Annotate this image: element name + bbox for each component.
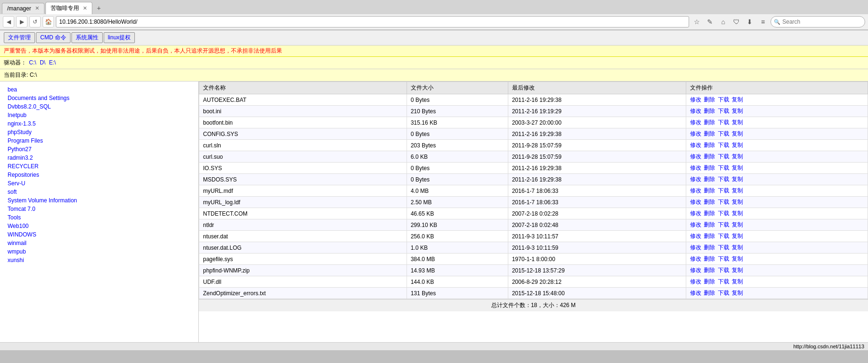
search-input[interactable] bbox=[771, 16, 865, 27]
folder-item[interactable]: Web100 bbox=[0, 222, 198, 230]
forward-button[interactable]: ▶ bbox=[16, 16, 27, 27]
file-op-修改[interactable]: 修改 bbox=[690, 290, 701, 296]
file-op-下载[interactable]: 下载 bbox=[718, 130, 729, 137]
file-op-复制[interactable]: 复制 bbox=[732, 108, 743, 114]
folder-item[interactable]: Repositories bbox=[0, 171, 198, 179]
file-op-删除[interactable]: 删除 bbox=[704, 255, 715, 262]
file-op-修改[interactable]: 修改 bbox=[690, 153, 701, 160]
drive-e[interactable]: E:\ bbox=[49, 59, 56, 66]
file-op-删除[interactable]: 删除 bbox=[704, 96, 715, 103]
file-op-下载[interactable]: 下载 bbox=[718, 233, 729, 239]
folder-item[interactable]: nginx-1.3.5 bbox=[0, 119, 198, 128]
file-op-下载[interactable]: 下载 bbox=[718, 290, 729, 296]
file-op-修改[interactable]: 修改 bbox=[690, 108, 701, 114]
file-op-下载[interactable]: 下载 bbox=[718, 210, 729, 217]
file-mgr-button[interactable]: 文件管理 bbox=[4, 32, 35, 43]
file-op-删除[interactable]: 删除 bbox=[704, 108, 715, 114]
file-op-下载[interactable]: 下载 bbox=[718, 96, 729, 103]
file-op-下载[interactable]: 下载 bbox=[718, 278, 729, 285]
file-op-修改[interactable]: 修改 bbox=[690, 130, 701, 137]
download-icon[interactable]: ⬇ bbox=[744, 16, 755, 27]
bookmark-icon[interactable]: ☆ bbox=[691, 16, 702, 27]
folder-item[interactable]: xunshi bbox=[0, 256, 198, 264]
file-op-修改[interactable]: 修改 bbox=[690, 233, 701, 239]
file-op-修改[interactable]: 修改 bbox=[690, 255, 701, 262]
file-op-复制[interactable]: 复制 bbox=[732, 221, 743, 228]
file-op-修改[interactable]: 修改 bbox=[690, 176, 701, 182]
shield-icon[interactable]: 🛡 bbox=[731, 16, 742, 27]
edit-icon[interactable]: ✎ bbox=[704, 16, 716, 27]
folder-item[interactable]: Python27 bbox=[0, 145, 198, 154]
file-op-删除[interactable]: 删除 bbox=[704, 176, 715, 182]
file-op-删除[interactable]: 删除 bbox=[704, 119, 715, 126]
new-tab-button[interactable]: + bbox=[93, 2, 105, 14]
folder-item[interactable]: winmail bbox=[0, 239, 198, 247]
file-op-下载[interactable]: 下载 bbox=[718, 187, 729, 194]
file-op-下载[interactable]: 下载 bbox=[718, 153, 729, 160]
file-op-删除[interactable]: 删除 bbox=[704, 164, 715, 171]
file-op-复制[interactable]: 复制 bbox=[732, 233, 743, 239]
folder-item[interactable]: Dvbbs8.2.0_SQL bbox=[0, 102, 198, 111]
file-op-删除[interactable]: 删除 bbox=[704, 290, 715, 296]
folder-item[interactable]: System Volume Information bbox=[0, 196, 198, 205]
file-op-删除[interactable]: 删除 bbox=[704, 267, 715, 273]
file-op-复制[interactable]: 复制 bbox=[732, 153, 743, 160]
file-op-复制[interactable]: 复制 bbox=[732, 130, 743, 137]
folder-item[interactable]: RECYCLER bbox=[0, 162, 198, 171]
file-op-下载[interactable]: 下载 bbox=[718, 267, 729, 273]
file-op-复制[interactable]: 复制 bbox=[732, 164, 743, 171]
file-op-下载[interactable]: 下载 bbox=[718, 108, 729, 114]
file-op-修改[interactable]: 修改 bbox=[690, 142, 701, 148]
file-op-复制[interactable]: 复制 bbox=[732, 119, 743, 126]
file-op-修改[interactable]: 修改 bbox=[690, 187, 701, 194]
folder-item[interactable]: Documents and Settings bbox=[0, 94, 198, 102]
file-op-删除[interactable]: 删除 bbox=[704, 210, 715, 217]
tab-manager[interactable]: /manager ✕ bbox=[2, 3, 44, 14]
tab-kfz[interactable]: 苦咖啡专用 ✕ bbox=[45, 2, 92, 14]
folder-item[interactable]: bea bbox=[0, 85, 198, 94]
file-op-删除[interactable]: 删除 bbox=[704, 130, 715, 137]
file-op-下载[interactable]: 下载 bbox=[718, 142, 729, 148]
folder-item[interactable]: Tomcat 7.0 bbox=[0, 205, 198, 213]
file-op-修改[interactable]: 修改 bbox=[690, 164, 701, 171]
file-op-修改[interactable]: 修改 bbox=[690, 210, 701, 217]
file-op-修改[interactable]: 修改 bbox=[690, 221, 701, 228]
drive-d[interactable]: D\ bbox=[40, 59, 45, 66]
file-op-复制[interactable]: 复制 bbox=[732, 142, 743, 148]
folder-item[interactable]: Serv-U bbox=[0, 179, 198, 188]
back-button[interactable]: ◀ bbox=[3, 16, 14, 27]
file-op-下载[interactable]: 下载 bbox=[718, 119, 729, 126]
folder-item[interactable]: WINDOWS bbox=[0, 230, 198, 239]
folder-item[interactable]: Program Files bbox=[0, 136, 198, 145]
folder-item[interactable]: Tools bbox=[0, 213, 198, 222]
folder-item[interactable]: radmin3.2 bbox=[0, 154, 198, 162]
tab-kfz-close[interactable]: ✕ bbox=[83, 5, 87, 11]
file-op-下载[interactable]: 下载 bbox=[718, 199, 729, 205]
file-op-下载[interactable]: 下载 bbox=[718, 244, 729, 251]
folder-item[interactable]: Inetpub bbox=[0, 111, 198, 119]
folder-item[interactable]: soft bbox=[0, 188, 198, 196]
file-op-删除[interactable]: 删除 bbox=[704, 199, 715, 205]
file-op-修改[interactable]: 修改 bbox=[690, 96, 701, 103]
file-op-复制[interactable]: 复制 bbox=[732, 290, 743, 296]
reload-button[interactable]: ↺ bbox=[29, 16, 41, 27]
tab-manager-close[interactable]: ✕ bbox=[35, 5, 39, 11]
file-op-删除[interactable]: 删除 bbox=[704, 233, 715, 239]
house-icon[interactable]: ⌂ bbox=[717, 16, 729, 27]
file-op-修改[interactable]: 修改 bbox=[690, 244, 701, 251]
file-op-下载[interactable]: 下载 bbox=[718, 255, 729, 262]
file-op-复制[interactable]: 复制 bbox=[732, 244, 743, 251]
file-op-复制[interactable]: 复制 bbox=[732, 176, 743, 182]
file-op-复制[interactable]: 复制 bbox=[732, 255, 743, 262]
file-op-复制[interactable]: 复制 bbox=[732, 210, 743, 217]
file-op-删除[interactable]: 删除 bbox=[704, 244, 715, 251]
file-op-修改[interactable]: 修改 bbox=[690, 199, 701, 205]
menu-icon[interactable]: ≡ bbox=[757, 16, 769, 27]
file-op-下载[interactable]: 下载 bbox=[718, 164, 729, 171]
file-op-下载[interactable]: 下载 bbox=[718, 221, 729, 228]
file-op-删除[interactable]: 删除 bbox=[704, 142, 715, 148]
file-op-复制[interactable]: 复制 bbox=[732, 187, 743, 194]
file-op-修改[interactable]: 修改 bbox=[690, 278, 701, 285]
file-op-复制[interactable]: 复制 bbox=[732, 96, 743, 103]
file-op-删除[interactable]: 删除 bbox=[704, 153, 715, 160]
